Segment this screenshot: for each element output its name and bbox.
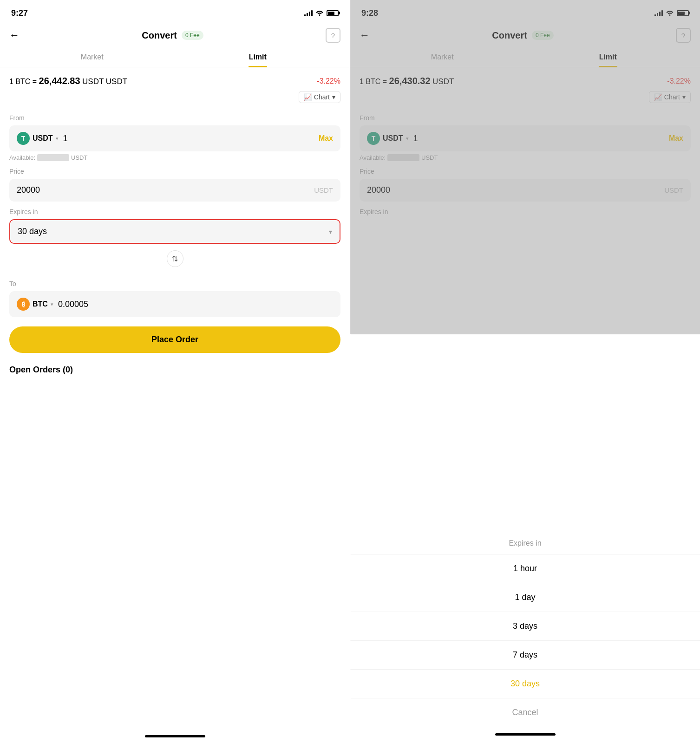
- chevron-icon-from-left: ▾: [56, 136, 59, 142]
- from-label-right: From: [360, 114, 691, 122]
- open-orders-left: Open Orders (0): [0, 360, 350, 379]
- price-row-left: 1 BTC = 26,442.83 USDT USDT -3.22%: [0, 67, 350, 89]
- to-input-row-left: ₿ BTC ▾: [9, 291, 340, 317]
- available-amount-left: 0000: [37, 154, 69, 161]
- chart-toggle-right: 📈 Chart ▾: [350, 89, 700, 108]
- status-icons-left: [304, 9, 339, 17]
- expires-section-left: Expires in 30 days ▾: [0, 202, 350, 244]
- price-input-value-left: 20000: [17, 185, 314, 195]
- available-label-left: Available:: [9, 154, 35, 161]
- help-button-left[interactable]: ?: [326, 28, 340, 43]
- available-amount-right: 0000: [387, 154, 419, 161]
- picker-sheet-right: Expires in 1 hour 1 day 3 days 7 days 30…: [350, 529, 700, 743]
- status-time-right: 9:28: [361, 8, 378, 18]
- status-icons-right: [654, 9, 689, 17]
- status-bar-left: 9:27: [0, 0, 350, 23]
- picker-option-3days[interactable]: 3 days: [350, 612, 700, 641]
- right-screen: 9:28 ← Convert 0 Fee ?: [350, 0, 700, 743]
- to-currency-selector-left[interactable]: ₿ BTC ▾: [17, 298, 53, 311]
- nav-header-right: ← Convert 0 Fee ?: [350, 23, 700, 47]
- price-change-right: -3.22%: [667, 77, 691, 85]
- from-currency-selector-left[interactable]: T USDT ▾: [17, 132, 59, 145]
- expires-label-left: Expires in: [9, 208, 340, 215]
- back-button-right[interactable]: ←: [360, 29, 370, 41]
- place-order-label-left: Place Order: [151, 335, 198, 344]
- wifi-icon-left: [315, 9, 324, 17]
- price-prefix-left: 1 BTC =: [9, 78, 37, 85]
- chevron-down-icon-left: ▾: [332, 93, 335, 101]
- picker-option-1day[interactable]: 1 day: [350, 583, 700, 612]
- picker-option-7days[interactable]: 7 days: [350, 641, 700, 670]
- picker-home-area: [350, 727, 700, 743]
- chevron-icon-from-right: ▾: [406, 136, 409, 142]
- price-rate-right: 26,430.32: [389, 76, 431, 86]
- tab-limit-right[interactable]: Limit: [525, 47, 691, 67]
- from-label-left: From: [9, 114, 340, 122]
- available-currency-right: USDT: [421, 154, 438, 161]
- price-section-right: Price 20000 USDT: [350, 161, 700, 202]
- to-currency-name-left: BTC: [33, 300, 48, 308]
- nav-title-area-left: Convert 0 Fee: [142, 30, 203, 41]
- chart-icon-right: 📈: [654, 93, 662, 101]
- to-section-left: To ₿ BTC ▾: [0, 274, 350, 317]
- to-label-left: To: [9, 280, 340, 287]
- tabs-left: Market Limit: [0, 47, 350, 67]
- max-button-right[interactable]: Max: [669, 134, 683, 143]
- back-button-left[interactable]: ←: [9, 29, 20, 41]
- help-button-right[interactable]: ?: [676, 28, 691, 43]
- picker-option-30days[interactable]: 30 days: [350, 670, 700, 698]
- fee-badge-left: 0 Fee: [182, 31, 203, 40]
- tab-limit-left[interactable]: Limit: [175, 47, 341, 67]
- price-suffix-left: USDT: [82, 77, 104, 86]
- swap-button-left[interactable]: ⇅: [167, 250, 183, 267]
- available-text-left: Available: 0000 USDT: [9, 154, 340, 161]
- home-bar-right: [495, 733, 556, 736]
- chart-label-right: Chart: [664, 93, 680, 101]
- tab-market-left[interactable]: Market: [9, 47, 175, 67]
- picker-option-1hour[interactable]: 1 hour: [350, 554, 700, 583]
- picker-header-right: Expires in: [350, 529, 700, 554]
- chart-button-right[interactable]: 📈 Chart ▾: [649, 91, 691, 103]
- chevron-icon-to-left: ▾: [51, 301, 53, 307]
- help-icon-left: ?: [331, 32, 335, 39]
- from-currency-selector-right[interactable]: T USDT ▾: [367, 132, 409, 145]
- price-row-right: 1 BTC = 26,430.32 USDT -3.22%: [350, 67, 700, 89]
- max-button-left[interactable]: Max: [319, 134, 333, 143]
- tab-market-right[interactable]: Market: [360, 47, 525, 67]
- fee-badge-right: 0 Fee: [532, 31, 554, 40]
- home-indicator-left: [0, 728, 350, 743]
- wifi-icon-right: [666, 9, 674, 17]
- price-change-left: -3.22%: [317, 77, 340, 85]
- expires-dropdown-left[interactable]: 30 days ▾: [10, 220, 340, 243]
- to-amount-input-left[interactable]: [58, 300, 333, 309]
- from-amount-input-right[interactable]: [413, 134, 664, 143]
- signal-icon-right: [654, 10, 663, 16]
- available-currency-left: USDT: [71, 154, 87, 161]
- from-currency-name-left: USDT: [33, 134, 53, 143]
- picker-option-cancel[interactable]: Cancel: [350, 698, 700, 727]
- usdt-icon-right: T: [367, 132, 380, 145]
- from-currency-name-right: USDT: [383, 134, 403, 143]
- price-info-left: 1 BTC = 26,442.83 USDT USDT: [9, 76, 127, 86]
- left-screen: 9:27 ← Convert 0 Fee ?: [0, 0, 350, 743]
- signal-icon-left: [304, 10, 313, 16]
- price-suffix-right: USDT: [432, 77, 454, 86]
- home-bar-left: [145, 735, 205, 737]
- nav-title-area-right: Convert 0 Fee: [492, 30, 553, 41]
- from-input-row-left: T USDT ▾ Max: [9, 125, 340, 151]
- place-order-button-left[interactable]: Place Order: [9, 326, 340, 353]
- expires-section-right: Expires in: [350, 202, 700, 219]
- available-label-right: Available:: [360, 154, 386, 161]
- swap-container-left: ⇅: [0, 250, 350, 267]
- battery-icon-left: [327, 10, 339, 16]
- expires-label-right: Expires in: [360, 208, 691, 215]
- price-info-right: 1 BTC = 26,430.32 USDT: [360, 76, 454, 86]
- page-title-left: Convert: [142, 30, 177, 41]
- price-section-left: Price 20000 USDT: [0, 161, 350, 202]
- chart-button-left[interactable]: 📈 Chart ▾: [299, 91, 340, 103]
- price-label-right: Price: [360, 168, 691, 175]
- price-rate-left: 26,442.83: [39, 76, 80, 86]
- from-input-row-right: T USDT ▾ Max: [360, 125, 691, 151]
- from-amount-input-left[interactable]: [63, 134, 314, 143]
- expires-value-left: 30 days: [18, 227, 47, 236]
